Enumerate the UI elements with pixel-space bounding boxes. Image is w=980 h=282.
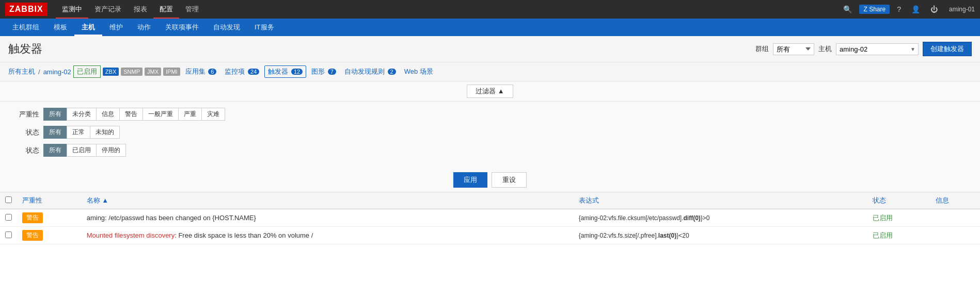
table-row: 警告 aming: /etc/passwd has been changed o… [0,209,980,227]
status2-disabled-btn[interactable]: 停用的 [96,144,126,157]
sev-warning-btn[interactable]: 警告 [119,108,143,121]
status1-all-btn[interactable]: 所有 [43,126,67,139]
filter-severity-row: 严重性 所有 未分类 信息 警告 一般严重 严重 灾难 [8,108,972,121]
sev-unclassified-btn[interactable]: 未分类 [67,108,97,121]
tab-enabled[interactable]: 已启用 [73,65,101,78]
zshare-button[interactable]: Z Share [859,5,890,14]
badge-snmp: SNMP [121,68,143,76]
nav-templates[interactable]: 模板 [46,19,74,36]
status1-normal-btn[interactable]: 正常 [67,126,90,139]
row1-expression: {aming-02:vfs.file.cksum[/etc/passwd].di… [574,209,867,227]
nav-actions[interactable]: 动作 [130,19,158,36]
row1-info [930,209,980,227]
row2-name-link[interactable]: Mounted filesystem discovery [87,231,175,239]
filter-toggle-button[interactable]: 过滤器 ▲ [467,85,513,98]
group-select[interactable]: 所有 [773,43,814,55]
filter-section: 过滤器 ▲ 严重性 所有 未分类 信息 警告 一般严重 严重 灾难 状态 [0,81,980,192]
nav-hosts[interactable]: 主机 [74,19,102,36]
all-hosts-link[interactable]: 所有主机 [8,67,35,76]
sev-all-btn[interactable]: 所有 [43,108,67,121]
tab-triggers[interactable]: 触发器 12 [264,65,306,78]
nav-item-assets[interactable]: 资产记录 [88,0,128,19]
tab-monitors[interactable]: 监控项 24 [222,66,262,77]
status2-all-btn[interactable]: 所有 [43,144,67,157]
status2-btn-group: 所有 已启用 停用的 [43,144,125,157]
nav-item-admin[interactable]: 管理 [179,0,205,19]
row2-expression: {aming-02:vfs.fs.size[/,pfree].last(0)}<… [574,227,867,244]
group-label: 群组 [755,44,769,54]
nav-item-monitoring[interactable]: 监测中 [56,0,88,19]
row1-name-link[interactable]: /etc/passwd has been changed on {HOST.NA… [108,214,256,222]
header-controls: 群组 所有 主机 ▼ 创建触发器 [755,42,972,56]
tab-appsets[interactable]: 应用集 6 [182,66,220,77]
nav-event-correlation[interactable]: 关联项事件 [158,19,206,36]
status1-unknown-btn[interactable]: 未知的 [90,126,120,139]
username: aming-01 [949,6,975,13]
sev-average-btn[interactable]: 一般严重 [143,108,179,121]
row1-name: aming: /etc/passwd has been changed on {… [82,209,574,227]
power-icon[interactable]: ⏻ [927,5,941,13]
breadcrumb-bar: 所有主机 / aming-02 已启用 ZBX SNMP JMX IPMI 应用… [0,62,980,81]
row2-name-rest: : Free disk space is less than 20% on vo… [175,231,313,239]
current-host-link[interactable]: aming-02 [43,68,71,76]
select-all-checkbox[interactable] [5,196,12,203]
severity-badge-warning: 警告 [22,212,43,223]
th-name[interactable]: 名称 ▲ [82,192,574,209]
severity-label: 严重性 [8,110,39,119]
filter-toggle-bar: 过滤器 ▲ [0,81,980,102]
row2-severity: 警告 [17,227,82,244]
table-row: 警告 Mounted filesystem discovery: Free di… [0,227,980,244]
tab-discovery-rules[interactable]: 自动发现规则 2 [341,66,399,77]
nav-maintenance[interactable]: 维护 [102,19,130,36]
logo: ZABBIX [5,3,48,16]
th-checkbox [0,192,17,209]
breadcrumb-separator: / [38,68,40,76]
table-body: 警告 aming: /etc/passwd has been changed o… [0,209,980,244]
page-content: 触发器 群组 所有 主机 ▼ 创建触发器 所有主机 / aming-02 已启用… [0,36,980,282]
row2-checkbox-cell [0,227,17,244]
page-title: 触发器 [8,41,42,57]
help-icon[interactable]: ? [894,5,904,13]
sev-high-btn[interactable]: 严重 [178,108,202,121]
nav-it-services[interactable]: IT服务 [247,19,281,36]
row2-info [930,227,980,244]
row2-checkbox[interactable] [5,231,12,238]
top-nav-right: 🔍 Z Share ? 👤 ⏻ aming-01 [840,5,975,14]
severity-btn-group: 所有 未分类 信息 警告 一般严重 严重 灾难 [43,108,225,121]
nav-item-config[interactable]: 配置 [153,0,179,19]
status2-label: 状态 [8,146,39,155]
filter-status2-row: 状态 所有 已启用 停用的 [8,144,972,157]
tab-graphs[interactable]: 图形 7 [308,66,339,77]
th-info: 信息 [930,192,980,209]
apply-filter-button[interactable]: 应用 [453,172,487,188]
tab-web-scenarios[interactable]: Web 场景 [401,66,436,77]
severity-badge-warning2: 警告 [22,230,43,241]
chevron-down-icon: ▼ [910,46,915,52]
badge-ipmi: IPMI [163,68,180,76]
nav-hostgroups[interactable]: 主机群组 [5,19,46,36]
user-icon[interactable]: 👤 [908,5,923,13]
sev-info-btn[interactable]: 信息 [96,108,120,121]
row2-status: 已启用 [867,227,931,244]
row1-severity: 警告 [17,209,82,227]
triggers-table: 严重性 名称 ▲ 表达式 状态 信息 警告 aming: /etc/passwd… [0,192,980,244]
filter-actions: 应用 重设 [0,168,980,192]
th-status: 状态 [867,192,931,209]
host-input[interactable] [836,43,919,55]
page-header: 触发器 群组 所有 主机 ▼ 创建触发器 [0,36,980,62]
search-icon[interactable]: 🔍 [840,5,855,13]
th-severity: 严重性 [17,192,82,209]
host-input-wrapper: ▼ [836,43,919,55]
status2-enabled-btn[interactable]: 已启用 [67,144,97,157]
top-nav: ZABBIX 监测中 资产记录 报表 配置 管理 🔍 Z Share ? 👤 ⏻… [0,0,980,19]
sev-disaster-btn[interactable]: 灾难 [201,108,225,121]
row1-checkbox[interactable] [5,214,12,221]
nav-discovery[interactable]: 自动发现 [206,19,247,36]
nav-item-reports[interactable]: 报表 [128,0,153,19]
row2-expr-text: {aming-02:vfs.fs.size[/,pfree].last(0)}<… [579,232,689,239]
row1-checkbox-cell [0,209,17,227]
row1-expr-text: {aming-02:vfs.file.cksum[/etc/passwd].di… [579,214,710,222]
badge-jmx: JMX [145,68,161,76]
create-trigger-button[interactable]: 创建触发器 [923,42,972,56]
reset-filter-button[interactable]: 重设 [492,172,527,188]
